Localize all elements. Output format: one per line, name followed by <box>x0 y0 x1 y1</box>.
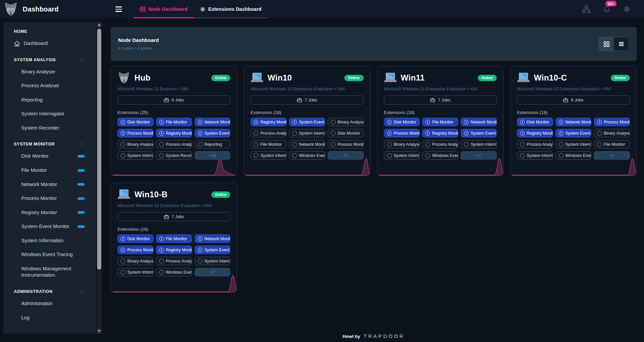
extension-chip-windows-event[interactable]: Windows Event ... <box>422 151 458 160</box>
scroll-down-button[interactable] <box>97 328 102 334</box>
jobs-button[interactable]: 6 Jobs <box>117 95 230 105</box>
extension-chip-process-monitor[interactable]: Process Monitor <box>384 129 420 137</box>
extension-chip-registry-monitor[interactable]: Registry Monitor <box>517 129 553 137</box>
extension-chip-process-analyser[interactable]: Process Analyser <box>422 140 458 149</box>
extension-chip-system-informa[interactable]: System Informa... <box>384 151 420 160</box>
jobs-button[interactable]: 6 Jobs <box>517 95 630 105</box>
extension-chip-disk-monitor[interactable]: Disk Monitor <box>117 118 153 126</box>
extension-chip-system-event-m[interactable]: System Event M... <box>556 129 592 137</box>
sidebar-item-reporting[interactable]: Reporting <box>3 93 96 107</box>
extension-chip-network-monitor[interactable]: Network Monitor <box>289 140 325 149</box>
extension-chip-system-event-m[interactable]: System Event M... <box>195 129 231 137</box>
extension-chip-file-monitor[interactable]: File Monitor <box>156 118 192 126</box>
sitemap-icon[interactable] <box>582 5 591 14</box>
sidebar-item-file-monitor[interactable]: File Monitor <box>3 163 96 178</box>
extension-chip-system-interrog[interactable]: System Interrog... <box>195 257 231 265</box>
sidebar-item-dashboard[interactable]: Dashboard <box>3 37 96 51</box>
extension-chip-reporting[interactable]: Reporting <box>195 140 231 149</box>
extension-chip-windows-event[interactable]: Windows Event ... <box>156 268 192 276</box>
sidebar-item-windows-management-instrumentation[interactable]: Windows Management Instrumentation <box>3 262 96 282</box>
extension-chip-system-interrog[interactable]: System Interrog... <box>461 140 497 149</box>
extension-chip-file-monitor[interactable]: File Monitor <box>594 140 630 149</box>
gear-icon[interactable] <box>622 5 631 14</box>
bell-icon[interactable]: 10+ <box>602 5 611 14</box>
grid-view-button[interactable] <box>599 37 614 51</box>
extension-chip-system-event-m[interactable]: System Event M... <box>461 129 497 137</box>
extension-chip-system-interrog[interactable]: System Interrog... <box>117 151 153 160</box>
extension-chip-network-monitor[interactable]: Network Monitor <box>461 118 497 126</box>
sidebar-item-process-analyser[interactable]: Process Analyser <box>3 79 96 93</box>
extension-chip-file-monitor[interactable]: File Monitor <box>422 118 458 126</box>
extension-chip-windows-event[interactable]: Windows Event ... <box>556 151 592 160</box>
sidebar-scrollbar[interactable] <box>97 22 102 334</box>
extension-chip-process-analyser[interactable]: Process Analyser <box>156 257 192 265</box>
sidebar-item-system-recorder[interactable]: System Recorder <box>3 121 96 135</box>
scrollbar-thumb[interactable] <box>97 29 101 270</box>
extension-chip-registry-monitor[interactable]: Registry Monitor <box>251 118 286 126</box>
jobs-button[interactable]: 7 Jobs <box>384 95 497 105</box>
sidebar-item-label: Registry Monitor <box>21 209 57 216</box>
extension-chip-file-monitor[interactable]: File Monitor <box>156 234 192 243</box>
sidebar-item-network-monitor[interactable]: Network Monitor <box>3 178 96 192</box>
sidebar-item-administration[interactable]: Administration <box>3 297 96 311</box>
extension-chip-process-monitor[interactable]: Process Monitor <box>117 246 153 254</box>
more-extensions-chip[interactable]: +7 <box>461 151 497 160</box>
extension-chip-system-event-m[interactable]: System Event M... <box>195 246 231 254</box>
extension-chip-system-event-m[interactable]: System Event M... <box>289 118 325 126</box>
chip-label: Registry Monitor <box>527 131 553 136</box>
jobs-button[interactable]: 7 Jobs <box>251 95 363 105</box>
more-extensions-chip[interactable]: +14 <box>195 151 231 160</box>
sidebar-item-system-event-monitor[interactable]: System Event Monitor <box>3 220 96 234</box>
sidebar-item-windows-event-tracing[interactable]: Windows Event Tracing <box>3 248 96 262</box>
sidebar-item-binary-analyser[interactable]: Binary Analyser <box>3 65 96 79</box>
extension-chip-registry-monitor[interactable]: Registry Monitor <box>156 246 192 254</box>
extension-chip-disk-monitor[interactable]: Disk Monitor <box>117 234 153 243</box>
tab-extensions-dashboard[interactable]: Extensions Dashboard <box>194 0 267 18</box>
extension-chip-binary-analyser[interactable]: Binary Analyser <box>117 140 153 149</box>
sidebar-item-disk-monitor[interactable]: Disk Monitor <box>3 149 96 163</box>
extension-chip-binary-analyser[interactable]: Binary Analyser <box>328 118 364 126</box>
extension-chip-binary-analyser[interactable]: Binary Analyser <box>384 140 420 149</box>
more-extensions-chip[interactable]: +7 <box>328 151 364 160</box>
sidebar-item-system-interrogator[interactable]: System Interrogator <box>3 107 96 121</box>
extension-chip-process-analyser[interactable]: Process Analyser <box>517 140 553 149</box>
extension-chip-disk-monitor[interactable]: Disk Monitor <box>384 118 420 126</box>
sidebar-item-registry-monitor[interactable]: Registry Monitor <box>3 206 96 220</box>
extension-chip-registry-monitor[interactable]: Registry Monitor <box>422 129 458 137</box>
jobs-button[interactable]: 7 Jobs <box>117 212 230 221</box>
sidebar-item-process-monitor[interactable]: Process Monitor <box>3 191 96 206</box>
extension-chip-disk-monitor[interactable]: Disk Monitor <box>328 129 364 137</box>
extension-chip-system-interrog[interactable]: System Interrog... <box>289 129 325 137</box>
sidebar-item-system-information[interactable]: System Information <box>3 234 96 248</box>
extension-chip-system-interrog[interactable]: System Interrog... <box>556 140 592 149</box>
extension-chip-binary-analyser[interactable]: Binary Analyser <box>117 257 153 265</box>
extension-chip-network-monitor[interactable]: Network Monitor <box>195 118 231 126</box>
extension-chip-system-informa[interactable]: System Informa... <box>251 151 286 160</box>
tab-node-dashboard[interactable]: Node Dashboard <box>134 0 194 18</box>
extension-chip-windows-event[interactable]: Windows Event ... <box>289 151 325 160</box>
running-indicator-badge <box>78 155 85 158</box>
extension-chip-network-monitor[interactable]: Network Monitor <box>556 118 592 126</box>
extension-chip-system-informa[interactable]: System Informa... <box>117 268 153 276</box>
extension-chip-process-analyser[interactable]: Process Analyser <box>251 129 286 137</box>
extension-chip-system-recorder[interactable]: System Recorder <box>156 151 192 160</box>
extension-chip-binary-analyser[interactable]: Binary Analyser <box>594 129 630 137</box>
hamburger-menu-icon[interactable] <box>115 5 124 13</box>
more-extensions-chip[interactable]: +7 <box>594 151 630 160</box>
info-circle-icon <box>464 131 469 136</box>
jobs-label: 7 Jobs <box>172 214 184 219</box>
more-extensions-chip[interactable]: +7 <box>195 268 231 276</box>
sidebar-item-log[interactable]: Log <box>3 311 96 325</box>
extension-chip-registry-monitor[interactable]: Registry Monitor <box>156 129 192 137</box>
chip-label: Binary Analyser <box>127 142 153 147</box>
extension-chip-process-monitor[interactable]: Process Monitor <box>117 129 153 137</box>
extension-chip-process-monitor[interactable]: Process Monitor <box>328 140 364 149</box>
extension-chip-process-analyser[interactable]: Process Analyser <box>156 140 192 149</box>
scroll-up-button[interactable] <box>97 22 102 27</box>
extension-chip-disk-monitor[interactable]: Disk Monitor <box>517 118 553 126</box>
list-view-button[interactable] <box>614 37 629 51</box>
extension-chip-system-informa[interactable]: System Informa... <box>517 151 553 160</box>
extension-chip-network-monitor[interactable]: Network Monitor <box>195 234 231 243</box>
extension-chip-process-monitor[interactable]: Process Monitor <box>594 118 630 126</box>
extension-chip-file-monitor[interactable]: File Monitor <box>251 140 286 149</box>
